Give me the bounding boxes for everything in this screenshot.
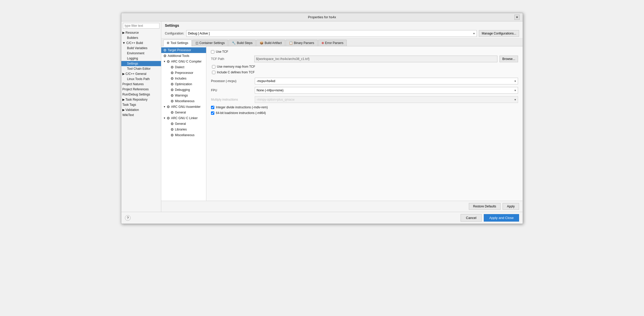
tree-arc-gnu-c-compiler-label: ARC GNU C Compiler xyxy=(171,60,202,63)
tree-dialect-label: Dialect xyxy=(175,65,184,69)
tree-additional-tools[interactable]: ⚙ Additional Tools xyxy=(161,53,206,59)
use-tcf-label: Use TCF xyxy=(216,50,228,54)
includes-icon: ⚙ xyxy=(171,76,174,81)
apply-and-close-button[interactable]: Apply and Close xyxy=(484,214,519,222)
tree-miscellaneous-link[interactable]: ⚙ Miscellaneous xyxy=(161,132,206,138)
tree-general-asm[interactable]: ⚙ General xyxy=(161,110,206,115)
tcf-path-row: TCF Path Browse... xyxy=(211,56,518,62)
dialect-icon: ⚙ xyxy=(171,65,174,69)
processor-select[interactable]: -mcpu=hs4xd xyxy=(255,78,518,84)
sidebar-item-builders[interactable]: Builders xyxy=(121,35,161,40)
manage-configurations-button[interactable]: Manage Configurations... xyxy=(479,30,519,37)
tab-build-artifact-label: Build Artifact xyxy=(265,41,282,45)
tree-arc-gnu-c-compiler[interactable]: ▼ ⚙ ARC GNU C Compiler xyxy=(161,59,206,64)
properties-dialog: Properties for hs4x ✕ ▶ Resource Builder… xyxy=(121,13,523,224)
sidebar-item-resource[interactable]: ▶ Resource xyxy=(121,30,161,35)
settings-title: Settings xyxy=(161,21,523,29)
include-c-defines-row: Include C defines from TCF xyxy=(212,71,518,74)
include-c-defines-label: Include C defines from TCF xyxy=(217,71,255,74)
sidebar-item-run-debug[interactable]: Run/Debug Settings xyxy=(121,92,161,97)
include-c-defines-checkbox[interactable] xyxy=(212,71,215,74)
tree-target-processor[interactable]: ⚙ Target Processor xyxy=(161,47,206,53)
bit64-checkbox[interactable] xyxy=(211,111,214,115)
integer-divide-row: Integer divide instructions (-mdiv-rem) xyxy=(211,106,518,109)
sidebar-item-environment[interactable]: Environment xyxy=(121,51,161,56)
debugging-icon: ⚙ xyxy=(171,88,174,92)
processor-dropdown-wrapper: -mcpu=hs4xd ▼ xyxy=(255,78,518,84)
tree-target-processor-label: Target Processor xyxy=(168,48,191,52)
build-artifact-icon: 📦 xyxy=(260,41,264,45)
tree-arc-gnu-assembler-label: ARC GNU Assembler xyxy=(171,105,201,109)
multiply-label: Multiply instructions xyxy=(211,98,252,101)
libraries-icon: ⚙ xyxy=(171,127,174,131)
browse-button[interactable]: Browse... xyxy=(499,56,518,62)
apply-button[interactable]: Apply xyxy=(503,203,519,210)
additional-tools-icon: ⚙ xyxy=(163,54,167,58)
tree-debugging[interactable]: ⚙ Debugging xyxy=(161,87,206,93)
arc-gnu-c-linker-icon: ⚙ xyxy=(167,116,170,120)
sidebar-item-settings[interactable]: Settings xyxy=(121,61,161,66)
build-steps-icon: 🔧 xyxy=(232,41,236,45)
sidebar-item-project-refs[interactable]: Project References xyxy=(121,87,161,92)
processor-label: Processor (-mcpu) xyxy=(211,79,252,83)
use-memory-map-checkbox[interactable] xyxy=(212,65,215,68)
tree-libraries[interactable]: ⚙ Libraries xyxy=(161,127,206,132)
sidebar-item-cpp-build[interactable]: ▼ C/C++ Build xyxy=(121,40,161,46)
tree-arc-gnu-assembler[interactable]: ▼ ⚙ ARC GNU Assembler xyxy=(161,104,206,110)
tab-binary-parsers-label: Binary Parsers xyxy=(294,41,314,45)
integer-divide-label: Integer divide instructions (-mdiv-rem) xyxy=(216,106,268,109)
sidebar-item-toolchain-editor[interactable]: Tool Chain Editor xyxy=(121,66,161,71)
tree-warnings[interactable]: ⚙ Warnings xyxy=(161,93,206,98)
fpu-select[interactable]: None (-mfpu=none) xyxy=(255,87,518,94)
tab-error-parsers[interactable]: ⊗ Error Parsers xyxy=(318,40,347,46)
cancel-button[interactable]: Cancel xyxy=(461,214,482,222)
filter-input[interactable] xyxy=(123,23,159,29)
sidebar-item-wikitext[interactable]: WikiText xyxy=(121,112,161,118)
restore-defaults-button[interactable]: Restore Defaults xyxy=(469,203,501,210)
config-select[interactable]: Debug [ Active ] xyxy=(186,30,477,37)
tab-build-steps[interactable]: 🔧 Build Steps xyxy=(228,40,256,46)
tree-debugging-label: Debugging xyxy=(175,88,190,92)
arc-gnu-assembler-icon: ⚙ xyxy=(167,105,170,109)
close-button[interactable]: ✕ xyxy=(514,15,520,20)
sidebar-item-project-natures[interactable]: Project Natures xyxy=(121,82,161,87)
fpu-row: FPU None (-mfpu=none) ▼ xyxy=(211,87,518,94)
tree-includes[interactable]: ⚙ Includes xyxy=(161,76,206,81)
bit64-label: 64-bit load/store instructions (-mll64) xyxy=(216,111,266,115)
tree-preprocessor[interactable]: ⚙ Preprocessor xyxy=(161,70,206,76)
tab-container-settings[interactable]: ◫ Container Settings xyxy=(192,40,228,46)
tree-arc-gnu-c-linker[interactable]: ▼ ⚙ ARC GNU C Linker xyxy=(161,115,206,121)
tool-tree: ⚙ Target Processor ⚙ Additional Tools ▼ … xyxy=(161,46,206,201)
tree-libraries-label: Libraries xyxy=(175,128,187,131)
sidebar-item-build-variables[interactable]: Build Variables xyxy=(121,46,161,51)
title-bar: Properties for hs4x ✕ xyxy=(121,13,523,21)
help-icon[interactable]: ? xyxy=(125,215,131,221)
tree-dialect[interactable]: ⚙ Dialect xyxy=(161,64,206,70)
sidebar-item-linux-tools[interactable]: Linux Tools Path xyxy=(121,76,161,82)
sidebar-item-task-repo[interactable]: ▶ Task Repository xyxy=(121,97,161,102)
processor-row: Processor (-mcpu) -mcpu=hs4xd ▼ xyxy=(211,78,518,84)
tree-miscellaneous-link-label: Miscellaneous xyxy=(175,133,194,137)
tree-miscellaneous-c[interactable]: ⚙ Miscellaneous xyxy=(161,98,206,104)
sidebar-item-validation[interactable]: ▶ Validation xyxy=(121,107,161,112)
preprocessor-icon: ⚙ xyxy=(171,71,174,75)
miscellaneous-c-icon: ⚙ xyxy=(171,99,174,103)
tree-optimization[interactable]: ⚙ Optimization xyxy=(161,81,206,87)
tab-build-artifact[interactable]: 📦 Build Artifact xyxy=(256,40,285,46)
tree-preprocessor-label: Preprocessor xyxy=(175,71,193,75)
tree-general-link[interactable]: ⚙ General xyxy=(161,121,206,127)
use-tcf-checkbox[interactable] xyxy=(211,50,214,54)
tab-binary-parsers[interactable]: 📋 Binary Parsers xyxy=(286,40,318,46)
binary-parsers-icon: 📋 xyxy=(289,41,293,45)
sidebar-item-logging[interactable]: Logging xyxy=(121,56,161,61)
integer-divide-checkbox[interactable] xyxy=(211,106,214,109)
sidebar-item-task-tags[interactable]: Task Tags xyxy=(121,102,161,107)
tab-error-parsers-label: Error Parsers xyxy=(325,41,343,45)
tcf-path-input[interactable] xyxy=(254,56,497,62)
optimization-icon: ⚙ xyxy=(171,82,174,86)
sidebar-item-cpp-general[interactable]: ▶ C/C++ General xyxy=(121,71,161,76)
multiply-select[interactable]: -mmpy-option=plus_qmacw xyxy=(255,96,518,103)
tab-tool-settings[interactable]: ⚙ Tool Settings xyxy=(163,40,192,46)
config-label: Configuration: xyxy=(165,32,184,35)
bit64-row: 64-bit load/store instructions (-mll64) xyxy=(211,111,518,115)
